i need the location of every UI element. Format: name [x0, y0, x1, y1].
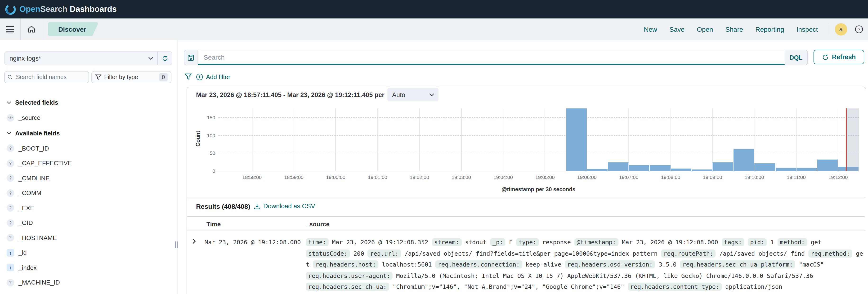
nav-action-inspect[interactable]: Inspect: [790, 25, 824, 33]
source-field-key: req.headers.osd-version:: [565, 260, 655, 268]
chevron-down-icon: [7, 101, 11, 104]
available-fields-section-label: Available fields: [15, 129, 60, 137]
query-bar: DQL: [184, 50, 808, 65]
divider: [187, 216, 865, 217]
avatar[interactable]: a: [835, 23, 847, 35]
field-controls: Filter by type 0: [4, 71, 172, 83]
unknown-type-icon: ?: [7, 204, 14, 212]
nav-action-reporting[interactable]: Reporting: [749, 25, 790, 33]
source-field-value: stdout: [465, 239, 486, 246]
histogram-bar[interactable]: [608, 162, 628, 171]
source-field-value: /api/saved_objects/_find: [719, 250, 805, 257]
field-item-_GID[interactable]: ?_GID: [0, 216, 177, 230]
sidebar-resize-handle[interactable]: [175, 241, 179, 248]
nav-action-new[interactable]: New: [638, 25, 663, 33]
source-field-value: 200: [353, 250, 364, 257]
source-field-key: req.routePath:: [661, 249, 716, 257]
source-field-key: req.headers.connection:: [435, 260, 522, 268]
source-field-value: "macOS": [799, 261, 824, 268]
histogram-bar[interactable]: [838, 167, 859, 171]
source-field-key: req.headers.sec-ch-ua:: [306, 283, 389, 291]
nav-action-share[interactable]: Share: [719, 25, 749, 33]
column-header-source: _source: [306, 221, 330, 228]
add-filter-button[interactable]: Add filter: [196, 73, 230, 80]
refresh-label: Refresh: [832, 54, 856, 61]
selected-fields-section-label: Selected fields: [15, 99, 58, 106]
nav-actions: NewSaveOpenShareReportingInspect: [638, 25, 824, 33]
chevron-down-icon: [429, 93, 434, 96]
source-field-key: req.headers.user-agent:: [306, 272, 393, 280]
saved-query-icon[interactable]: [184, 50, 198, 65]
unknown-type-icon: ?: [7, 144, 14, 152]
dql-toggle[interactable]: DQL: [785, 50, 807, 65]
source-field-value: Mozilla/5.0 (Macintosh; Intel Mac OS X 1…: [396, 272, 813, 279]
filter-by-type-label: Filter by type: [104, 74, 138, 80]
index-pattern-select[interactable]: nginx-logs*: [4, 51, 173, 65]
field-item-_source[interactable]: </>_source: [0, 110, 177, 125]
histogram-bar[interactable]: [754, 163, 775, 171]
source-field-key: pid:: [748, 238, 767, 246]
download-csv-link[interactable]: Download as CSV: [254, 203, 315, 210]
histogram-bar[interactable]: [797, 168, 817, 171]
field-search[interactable]: [4, 71, 89, 83]
interval-select[interactable]: Auto: [388, 88, 438, 101]
tab-discover[interactable]: Discover: [48, 22, 98, 36]
selected-fields-section[interactable]: Selected fields: [0, 95, 177, 110]
histogram-bar[interactable]: [671, 168, 691, 171]
source-field-key: type:: [516, 238, 539, 246]
histogram-bar[interactable]: [817, 160, 838, 171]
column-header-time: Time: [207, 221, 221, 228]
source-field-value: "Chromium";v="146", "Not-A.Brand";v="24"…: [393, 283, 624, 290]
source-field-key: req.method:: [808, 249, 852, 257]
divider: [187, 197, 865, 197]
refresh-button[interactable]: Refresh: [813, 50, 864, 64]
filter-row: Add filter: [185, 72, 230, 81]
histogram-bar[interactable]: [650, 165, 670, 171]
chevron-down-icon: [148, 57, 153, 60]
search-input[interactable]: [198, 50, 785, 64]
source-field-value: application/json: [725, 283, 782, 290]
sidebar: nginx-logs* Filter by type 0 Selected fi…: [0, 40, 178, 294]
field-item-_CAP_EFFECTIVE[interactable]: ?_CAP_EFFECTIVE: [0, 156, 177, 171]
histogram-bar[interactable]: [566, 109, 587, 171]
available-fields-section[interactable]: Available fields: [0, 125, 177, 141]
source-field-key: req.headers.sec-ch-ua-platform:: [680, 260, 795, 268]
histogram-bar[interactable]: [775, 168, 796, 171]
source-field-key: req.url:: [368, 249, 401, 257]
menu-icon[interactable]: [0, 19, 20, 40]
field-search-input[interactable]: [15, 73, 86, 81]
row-source: time: Mar 23, 2026 @ 19:12:08.352 stream…: [306, 237, 864, 294]
opensearch-dashboards-app: OpenSearchDashboards Discover NewSaveOpe…: [0, 0, 868, 294]
source-field-value: keep-alive: [526, 261, 561, 268]
index-refresh-icon[interactable]: [157, 52, 172, 65]
field-name: _id: [19, 249, 27, 256]
field-item-_HOSTNAME[interactable]: ?_HOSTNAME: [0, 230, 177, 245]
unknown-type-icon: ?: [7, 174, 14, 182]
field-item-_id[interactable]: t_id: [0, 245, 177, 260]
histogram-bar[interactable]: [734, 149, 754, 171]
unknown-type-icon: ?: [7, 219, 14, 227]
help-icon[interactable]: ?: [855, 25, 863, 33]
brand-search: Search: [40, 4, 67, 14]
histogram-bar[interactable]: [692, 169, 712, 171]
histogram-bar[interactable]: [713, 162, 733, 171]
nav-action-open[interactable]: Open: [691, 25, 719, 33]
unknown-type-icon: ?: [7, 189, 14, 197]
nav-action-save[interactable]: Save: [663, 25, 691, 33]
home-icon[interactable]: [21, 19, 42, 40]
string-type-icon: t: [7, 264, 14, 271]
index-pattern-value: nginx-logs*: [5, 55, 148, 62]
histogram-bar[interactable]: [629, 165, 649, 171]
filter-by-type-button[interactable]: Filter by type 0: [91, 71, 172, 83]
field-item-_CMDLINE[interactable]: ?_CMDLINE: [0, 171, 177, 186]
field-item-_MACHINE_ID[interactable]: ?_MACHINE_ID: [0, 275, 177, 290]
filter-count-badge: 0: [159, 73, 167, 81]
histogram-bar[interactable]: [587, 169, 608, 171]
field-item-_COMM[interactable]: ?_COMM: [0, 186, 177, 200]
field-item-_BOOT_ID[interactable]: ?_BOOT_ID: [0, 141, 177, 156]
divider: [187, 231, 865, 231]
field-item-_index[interactable]: t_index: [0, 260, 177, 275]
field-item-_EXE[interactable]: ?_EXE: [0, 200, 177, 216]
expand-row-icon[interactable]: [191, 238, 197, 244]
field-name: _EXE: [19, 204, 34, 211]
